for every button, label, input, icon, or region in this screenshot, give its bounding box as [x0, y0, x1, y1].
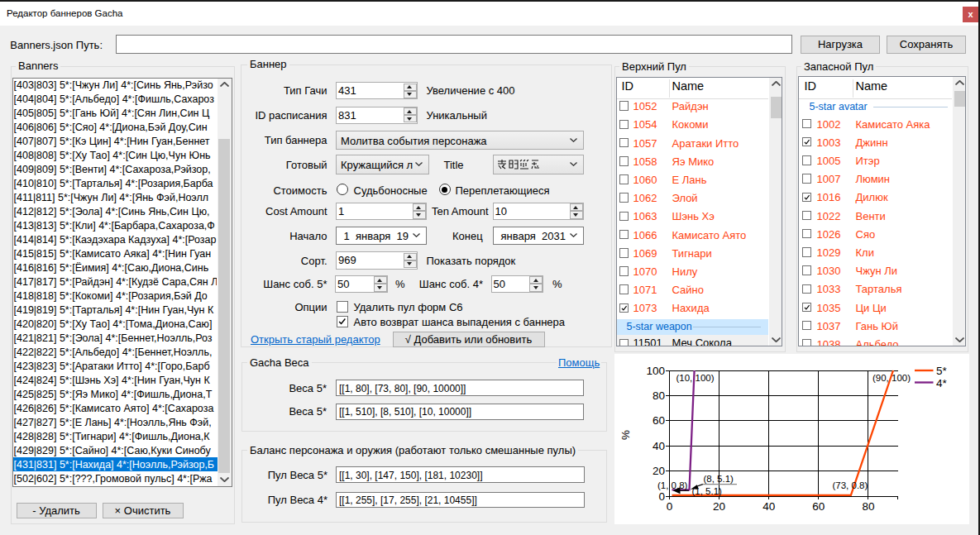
svg-text:100: 100 [646, 364, 665, 376]
svg-text:60: 60 [653, 414, 665, 427]
svg-text:4*: 4* [936, 376, 948, 389]
svg-text:40: 40 [762, 500, 775, 513]
svg-text:(10, 100): (10, 100) [676, 373, 715, 383]
svg-text:60: 60 [812, 500, 825, 513]
svg-text:80: 80 [653, 389, 665, 401]
svg-text:20: 20 [713, 500, 725, 513]
svg-text:0: 0 [667, 500, 673, 513]
svg-text:80: 80 [862, 500, 874, 513]
svg-text:%: % [619, 429, 632, 439]
svg-text:(1, 0.8): (1, 0.8) [657, 480, 688, 490]
svg-text:(90, 100): (90, 100) [872, 373, 911, 383]
svg-text:0: 0 [658, 490, 665, 502]
svg-text:(8, 5.1): (8, 5.1) [704, 474, 734, 484]
svg-text:5*: 5* [936, 365, 948, 377]
svg-text:20: 20 [653, 465, 665, 477]
svg-text:40: 40 [653, 439, 665, 451]
svg-text:(73, 0.8): (73, 0.8) [833, 480, 868, 490]
